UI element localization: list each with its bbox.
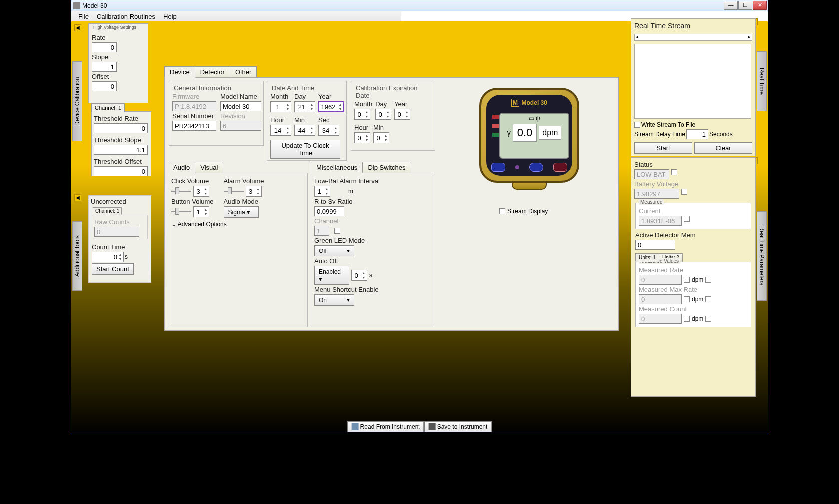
collapse-left-mid[interactable]: ◀	[74, 194, 81, 201]
read-from-instrument-button[interactable]: Read From Instrument	[347, 421, 424, 432]
model-input[interactable]	[220, 101, 261, 111]
dt-year-spinner[interactable]: ▲▼	[318, 101, 344, 112]
measured-max-check2[interactable]	[705, 296, 711, 302]
write-stream-check[interactable]	[634, 122, 640, 128]
autooff-spinner[interactable]: ▲▼	[351, 270, 367, 281]
th-rate-input[interactable]	[94, 123, 148, 133]
measured-max-label: Measured Max Rate	[639, 286, 748, 293]
measured-rate-label: Measured Rate	[639, 266, 748, 274]
serial-label: Serial Number	[172, 112, 216, 120]
ce-month-spinner[interactable]: ▲▼	[354, 109, 370, 120]
th-slope-input[interactable]	[94, 145, 148, 155]
dt-month-spinner[interactable]: ▲▼	[270, 101, 291, 112]
current-check[interactable]	[684, 216, 690, 222]
tab-units-1[interactable]: Units: 1	[635, 253, 659, 262]
dt-day-spinner[interactable]: ▲▼	[294, 101, 315, 112]
collapse-left-top[interactable]: ◀	[74, 24, 81, 31]
measured-count-check[interactable]	[684, 316, 690, 322]
button-volume-slider[interactable]	[171, 208, 191, 216]
vtab-device-calibration[interactable]: Device Calibration	[72, 61, 82, 141]
button-volume-label: Button Volume	[171, 198, 214, 205]
rts-title: Real Time Stream	[631, 20, 755, 32]
green-led-select[interactable]: Off ▾	[314, 245, 354, 256]
button-volume-spinner[interactable]: ▲▼	[193, 206, 209, 217]
count-time-spinner[interactable]: ▲▼	[92, 252, 124, 262]
tab-visual[interactable]: Visual	[195, 162, 223, 173]
device-power-button	[529, 163, 543, 172]
ce-hour-spinner[interactable]: ▲▼	[354, 132, 370, 143]
click-volume-spinner[interactable]: ▲▼	[193, 186, 209, 197]
battery-voltage-input	[634, 189, 679, 199]
dt-sec-spinner[interactable]: ▲▼	[318, 125, 339, 136]
menu-calibration[interactable]: Calibration Routines	[93, 12, 159, 21]
rsv-input[interactable]	[314, 206, 344, 216]
titlebar: Model 30 — ☐ ✕	[71, 0, 768, 11]
measured-rate-check[interactable]	[684, 277, 690, 283]
write-stream-label: Write Stream To File	[641, 121, 695, 128]
tab-dip-switches[interactable]: Dip Switches	[362, 162, 411, 173]
ce-year-label: Year	[394, 100, 410, 108]
dt-year-label: Year	[318, 93, 344, 100]
tab-device[interactable]: Device	[164, 66, 195, 78]
update-clock-button[interactable]: Update To Clock Time	[270, 140, 340, 159]
rsv-label: R to Sv Ratio	[314, 198, 430, 205]
save-to-instrument-button[interactable]: Save to Instrument	[424, 421, 492, 432]
vtab-additional-tools[interactable]: Additional Tools	[72, 221, 82, 291]
misc-channel-label: Channel	[314, 217, 430, 225]
th-rate-label: Threshold Rate	[92, 113, 151, 122]
status-check[interactable]	[671, 169, 677, 175]
measured-max-check[interactable]	[684, 296, 690, 302]
tab-miscellaneous[interactable]: Miscellaneous	[311, 162, 363, 173]
stream-display-check[interactable]	[499, 208, 505, 214]
menu-help[interactable]: Help	[159, 12, 181, 21]
channel-tab-1[interactable]: Channel: 1	[91, 103, 125, 112]
dt-min-spinner[interactable]: ▲▼	[294, 125, 315, 136]
measured-count-check2[interactable]	[705, 316, 711, 322]
rts-scrollbar[interactable]: ◂▸	[634, 34, 752, 41]
stream-clear-button[interactable]: Clear	[694, 142, 752, 154]
dt-hour-spinner[interactable]: ▲▼	[270, 125, 291, 136]
menu-shortcut-select[interactable]: On ▾	[314, 294, 354, 306]
battery-voltage-check[interactable]	[681, 189, 687, 195]
rts-textarea[interactable]	[634, 44, 751, 119]
serial-input[interactable]	[172, 121, 216, 131]
tab-detector[interactable]: Detector	[195, 66, 230, 78]
tab-audio[interactable]: Audio	[168, 162, 195, 173]
measured-rate-check2[interactable]	[705, 277, 711, 283]
hv-slope-input[interactable]	[92, 62, 117, 72]
count-time-label: Count Time	[92, 243, 148, 251]
maximize-button[interactable]: ☐	[738, 1, 752, 10]
stream-delay-label: Stream Delay Time	[634, 131, 685, 138]
alarm-volume-spinner[interactable]: ▲▼	[246, 186, 262, 197]
vtab-rt-params[interactable]: Real Time Parameters	[757, 211, 767, 301]
tab-other[interactable]: Other	[230, 66, 257, 78]
measured-count-input	[639, 314, 682, 324]
calexp-legend: Calibration Expiration Date	[354, 84, 432, 99]
dt-legend: Date And Time	[270, 84, 343, 92]
hv-offset-input[interactable]	[92, 81, 117, 91]
misc-channel-check[interactable]	[334, 228, 340, 234]
vtab-real-time[interactable]: Real Time	[757, 51, 767, 111]
autooff-unit: s	[369, 272, 372, 279]
adm-input[interactable]	[635, 240, 675, 250]
audio-mode-select[interactable]: Sigma ▾	[224, 206, 259, 218]
start-count-button[interactable]: Start Count	[92, 263, 134, 275]
click-volume-slider[interactable]	[171, 187, 191, 195]
menu-file[interactable]: File	[74, 12, 93, 21]
alarm-volume-slider[interactable]	[224, 187, 244, 195]
lowbat-interval-spinner[interactable]: ▲▼	[314, 186, 330, 197]
stream-start-button[interactable]: Start	[634, 142, 692, 154]
close-button[interactable]: ✕	[753, 1, 767, 10]
status-input	[634, 169, 669, 179]
th-offset-input[interactable]	[94, 166, 148, 176]
ce-min-spinner[interactable]: ▲▼	[373, 132, 389, 143]
stream-delay-input[interactable]	[686, 129, 708, 139]
ce-day-spinner[interactable]: ▲▼	[375, 109, 391, 120]
autooff-select[interactable]: Enabled ▾	[314, 266, 349, 285]
uncorr-channel-tab[interactable]: Channel: 1	[93, 207, 122, 215]
minimize-button[interactable]: —	[724, 1, 738, 10]
hv-rate-input[interactable]	[92, 42, 117, 52]
device-unit: dpm	[539, 126, 561, 140]
ce-year-spinner[interactable]: ▲▼	[394, 109, 410, 120]
advanced-options-expander[interactable]: ⌄ Advanced Options	[168, 221, 307, 228]
